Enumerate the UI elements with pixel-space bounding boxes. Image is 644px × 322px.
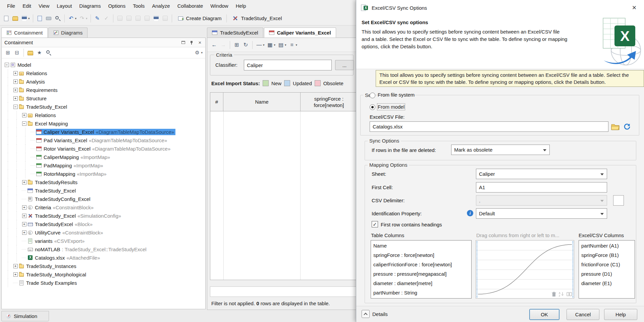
settings-gear-icon[interactable]: ⚙ ▾ bbox=[193, 49, 203, 57]
table-columns-list[interactable]: NamespringForce : force[newton]caliperFr… bbox=[371, 240, 472, 299]
cancel-button[interactable]: Cancel bbox=[567, 309, 599, 320]
sheet-dropdown[interactable]: Caliper bbox=[476, 169, 607, 179]
menu-edit[interactable]: Edit bbox=[19, 1, 35, 10]
expand-expander-icon[interactable]: + bbox=[22, 180, 26, 184]
active-diagram-button[interactable]: TradeStudy_Excel bbox=[229, 14, 284, 23]
radio-from-model-label[interactable]: From model bbox=[378, 104, 405, 110]
menu-file[interactable]: File bbox=[3, 1, 19, 10]
table-column-item[interactable]: partNumber : String bbox=[371, 288, 471, 298]
redo-icon[interactable]: ↷▾ bbox=[78, 14, 88, 22]
back-icon[interactable]: ← bbox=[210, 41, 218, 49]
menu-window[interactable]: Window bbox=[207, 1, 232, 10]
clip-c-icon[interactable] bbox=[134, 14, 142, 22]
file-input[interactable]: Catalogs.xlsx bbox=[370, 121, 608, 132]
tree-item[interactable]: +Structure bbox=[2, 94, 205, 103]
csv-delimiter-custom-box[interactable] bbox=[613, 195, 624, 206]
table-column-item[interactable]: caliperFrictionForce : force[newton] bbox=[371, 260, 471, 269]
collapse-all-icon[interactable]: ⊟ bbox=[13, 49, 21, 57]
float-panel-icon[interactable] bbox=[180, 40, 186, 45]
tree-item[interactable]: +TradeStudyExcel «Block» bbox=[2, 220, 205, 228]
tree-item[interactable]: +Analysis bbox=[2, 77, 205, 86]
search-icon[interactable] bbox=[44, 49, 53, 57]
menu-help[interactable]: Help bbox=[232, 1, 250, 10]
radio-from-file-system[interactable] bbox=[370, 93, 375, 98]
tree-item-selected[interactable]: Caliper Variants_Excel «DiagramTableMapT… bbox=[2, 128, 205, 136]
sort-az-icon[interactable]: AZ bbox=[559, 291, 564, 297]
clip-a-icon[interactable] bbox=[116, 14, 124, 22]
table-body[interactable] bbox=[210, 111, 358, 280]
radio-from-file-system-label[interactable]: From file system bbox=[378, 92, 415, 98]
first-row-headings-label[interactable]: First row contains headings bbox=[381, 222, 442, 227]
expand-all-icon[interactable]: ⊞ bbox=[4, 49, 12, 57]
tree-item[interactable]: +Relations bbox=[2, 69, 205, 77]
expand-expander-icon[interactable]: + bbox=[13, 264, 18, 268]
line-icon[interactable]: —▾ bbox=[255, 41, 265, 49]
expand-expander-icon[interactable]: + bbox=[13, 88, 18, 92]
menu-view[interactable]: View bbox=[35, 1, 53, 10]
tab-tradestudyexcel[interactable]: TradeStudyExcel bbox=[207, 28, 263, 38]
import-page-icon[interactable] bbox=[36, 14, 44, 22]
expand-expander-icon[interactable]: + bbox=[22, 222, 26, 226]
classifier-browse-button[interactable]: ... bbox=[335, 60, 354, 70]
close-panel-icon[interactable]: × bbox=[197, 40, 203, 45]
details-label[interactable]: Details bbox=[372, 311, 388, 317]
browse-folder-icon[interactable] bbox=[611, 123, 620, 130]
clip-d-icon[interactable] bbox=[143, 14, 151, 22]
tree-item[interactable]: +Relations bbox=[2, 111, 205, 119]
classifier-input[interactable]: Caliper bbox=[244, 60, 332, 70]
expand-expander-icon[interactable]: + bbox=[22, 205, 26, 210]
table-column-item[interactable]: pressure : pressure[megapascal] bbox=[371, 269, 471, 279]
commit-icon[interactable]: ✓ bbox=[102, 14, 111, 22]
layout-icon[interactable] bbox=[161, 14, 169, 22]
collapse-expander-icon[interactable]: − bbox=[5, 63, 9, 67]
pin-panel-icon[interactable] bbox=[189, 40, 194, 45]
collapse-expander-icon[interactable]: − bbox=[22, 121, 26, 126]
tree-item[interactable]: CaliperMapping «ImportMap» bbox=[2, 153, 205, 161]
tree-item[interactable]: RotorMapping «ImportMap» bbox=[2, 170, 205, 178]
find-icon[interactable] bbox=[54, 14, 62, 22]
tree-item[interactable]: PadMapping «ImportMap» bbox=[2, 161, 205, 170]
save-project-icon[interactable]: ▾ bbox=[20, 14, 31, 22]
open-scope-icon[interactable] bbox=[26, 49, 35, 57]
close-icon[interactable]: × bbox=[629, 3, 639, 12]
excel-column-item[interactable]: springForce (B1) bbox=[579, 251, 635, 260]
grid-icon[interactable]: ▦▾ bbox=[266, 41, 276, 49]
tab-simulation[interactable]: Simulation bbox=[1, 311, 49, 321]
create-diagram-button[interactable]: Create Diagram bbox=[174, 14, 224, 23]
print-icon[interactable] bbox=[45, 14, 53, 22]
mapping-drag-area[interactable]: AZ bbox=[476, 240, 574, 299]
dialog-title-bar[interactable]: X Excel/CSV Sync Options × bbox=[356, 0, 644, 15]
open-project-icon[interactable] bbox=[11, 14, 19, 22]
collapse-expander-icon[interactable]: − bbox=[13, 105, 18, 109]
refresh-icon[interactable]: ↻ bbox=[241, 41, 250, 49]
expand-expander-icon[interactable]: + bbox=[13, 71, 18, 75]
undo-icon[interactable]: ↶▾ bbox=[67, 14, 77, 22]
excel-column-item[interactable]: frictionForce (C1) bbox=[579, 260, 635, 269]
expand-expander-icon[interactable]: + bbox=[22, 214, 26, 218]
tree-item[interactable]: variants «CSVExport» bbox=[2, 237, 205, 245]
tree-item[interactable]: +TradeStudyResults bbox=[2, 178, 205, 186]
identification-property-dropdown[interactable]: Default bbox=[476, 208, 607, 219]
menu-options[interactable]: Options bbox=[105, 1, 129, 10]
columns-icon[interactable]: ▤▾ bbox=[277, 41, 287, 49]
menu-collaborate[interactable]: Collaborate bbox=[174, 1, 207, 10]
first-cell-input[interactable]: A1 bbox=[476, 182, 607, 193]
details-toggle[interactable] bbox=[362, 310, 370, 318]
help-button[interactable]: Help bbox=[604, 309, 637, 320]
mapping-icon[interactable] bbox=[567, 291, 572, 297]
menu-layout[interactable]: Layout bbox=[53, 1, 75, 10]
expand-expander-icon[interactable]: + bbox=[22, 230, 26, 235]
tree-item[interactable]: noMATLAB : TradeStudy_Excel::TradeStudyE… bbox=[2, 245, 205, 254]
validate-icon[interactable]: ✎ bbox=[93, 14, 102, 22]
deleted-rows-dropdown[interactable]: Mark as obsolete bbox=[451, 145, 550, 155]
tree-item[interactable]: Catalogs.xlsx «AttachedFile» bbox=[2, 254, 205, 262]
first-row-headings-checkbox[interactable]: ✓ bbox=[372, 221, 378, 227]
nested-icon[interactable]: ⊞ bbox=[232, 41, 241, 49]
favorites-icon[interactable]: ★ bbox=[35, 49, 44, 57]
tree-item[interactable]: −Excel Mapping bbox=[2, 119, 205, 128]
refresh-icon[interactable] bbox=[623, 123, 631, 130]
tree-item[interactable]: Trade Study Examples bbox=[2, 279, 205, 287]
tree-item[interactable]: −Model bbox=[2, 61, 205, 69]
column-header-name[interactable]: Name bbox=[223, 92, 301, 111]
table-column-item[interactable]: diameter : diameter[metre] bbox=[371, 279, 471, 288]
